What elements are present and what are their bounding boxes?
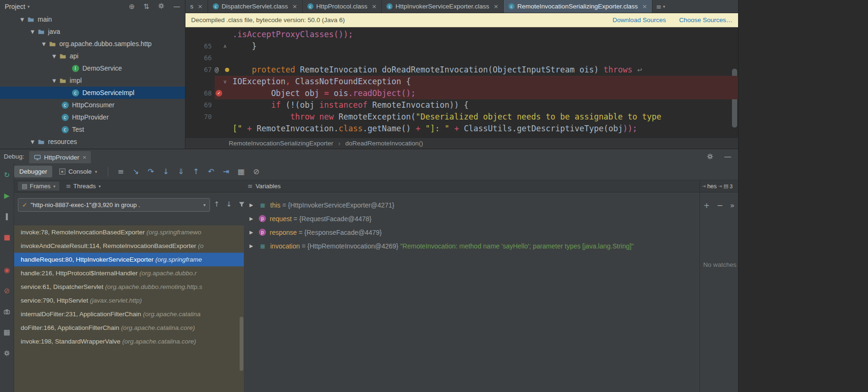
hide-panel-icon[interactable]: — (173, 2, 180, 11)
step-into-icon[interactable]: ↓ (159, 167, 172, 176)
resume-icon[interactable]: ▶ (0, 190, 14, 202)
hide-panel-icon[interactable]: — (724, 152, 731, 161)
mute-breakpoints-icon[interactable]: ⊘ (249, 167, 263, 176)
tree-item-main[interactable]: ▼main (0, 13, 185, 25)
remove-watch-icon[interactable]: − (717, 201, 723, 210)
tree-item-resources[interactable]: ▼resources (0, 136, 185, 148)
variable-row[interactable]: ▶≡invocation = {HttpRemoteInvocation@426… (244, 239, 699, 253)
variable-row[interactable]: ▶≡this = {HttpInvokerServiceExporter@427… (244, 198, 699, 212)
watches-panel-header: ⇥ hes ⇥ ▤ 3 (700, 180, 738, 192)
chevron-expanded-icon[interactable]: ▼ (40, 41, 47, 47)
frames-scrollbar[interactable] (240, 317, 243, 371)
value-icon: ≡ (259, 201, 266, 209)
expand-arrow-icon[interactable]: ▶ (249, 243, 255, 248)
tab-debugger[interactable]: Debugger (14, 166, 52, 177)
stack-frame-row[interactable]: doFilter:166, ApplicationFilterChain (or… (14, 321, 244, 335)
mute-breakpoints-icon[interactable]: ⊘ (0, 285, 14, 297)
chevron-down-icon: ▾ (95, 169, 97, 174)
close-icon[interactable]: × (292, 3, 297, 10)
expand-arrow-icon[interactable]: ▶ (249, 216, 255, 221)
choose-sources-link[interactable]: Choose Sources… (679, 16, 732, 24)
fold-marker-icon[interactable]: ∧ (223, 40, 227, 52)
tab-threads[interactable]: ≡ Threads ▾ (62, 182, 104, 191)
drop-frame-icon[interactable]: ↶ (204, 167, 217, 176)
stack-frame-row[interactable]: handle:216, HttpProtocol$InternalHandler… (14, 266, 244, 280)
chevron-expanded-icon[interactable]: ▼ (51, 78, 57, 83)
settings-icon[interactable] (0, 347, 14, 359)
view-breakpoints-icon[interactable]: ▦ (234, 167, 248, 176)
layout-menu-icon[interactable]: ≡ (114, 167, 127, 176)
tree-item-httpprovider[interactable]: cHttpProvider (0, 111, 185, 123)
editor-tab-httpinvokerserviceexporter-class[interactable]: cHttpInvokerServiceExporter.class× (382, 0, 504, 13)
code-editor[interactable]: .isAcceptProxyClasses());65∧ }6667@ prot… (185, 27, 738, 137)
breadcrumb-class[interactable]: RemoteInvocationSerializingExporter (229, 140, 333, 147)
thread-selector[interactable]: ✓ "http-nio-8887-exec-1"@3,920 in group … (18, 198, 210, 212)
force-step-into-icon[interactable]: ⇓ (174, 167, 187, 176)
run-to-cursor-icon[interactable]: ⇥ (219, 167, 233, 176)
frame-down-icon[interactable]: ↓ (226, 200, 232, 208)
tree-item-api[interactable]: ▼api (0, 50, 185, 62)
chevron-expanded-icon[interactable]: ▼ (29, 139, 36, 144)
editor-tab-httpprotocol-class[interactable]: cHttpProtocol.class× (303, 0, 382, 13)
gear-icon[interactable] (707, 153, 714, 160)
step-out-icon[interactable]: ↑ (189, 167, 202, 176)
expand-arrow-icon[interactable]: ▶ (249, 202, 255, 208)
stop-icon[interactable]: ■ (0, 231, 14, 243)
fold-marker-icon[interactable]: ∨ (223, 76, 227, 88)
view-breakpoints-icon[interactable]: ◉ (0, 264, 14, 276)
breadcrumb-method[interactable]: doReadRemoteInvocation() (346, 140, 423, 147)
stack-frame-row[interactable]: invoke:78, RemoteInvocationBasedExporter… (14, 225, 244, 239)
variable-row[interactable]: ▶presponse = {ResponseFacade@4479} (244, 225, 699, 239)
collapse-all-icon[interactable]: ⇅ (143, 2, 149, 11)
expand-arrow-icon[interactable]: ▶ (249, 230, 255, 235)
tab-console[interactable]: ▸Console▾ (54, 166, 102, 177)
rerun-icon[interactable]: ↻ (0, 169, 14, 181)
settings-icon[interactable] (158, 2, 165, 11)
step-over-icon[interactable]: ↷ (144, 167, 157, 176)
tab-frames[interactable]: ▤ Frames ▾ (18, 182, 59, 191)
class-icon: c (61, 101, 69, 109)
locate-icon[interactable]: ⊕ (129, 2, 135, 11)
close-icon[interactable]: × (493, 3, 498, 10)
debug-session-tab[interactable]: HttpProvider × (29, 151, 91, 163)
project-title[interactable]: Project (5, 3, 25, 10)
chevron-down-icon[interactable]: ▾ (28, 4, 30, 9)
editor-tab-remoteinvocationserializingexporter-class[interactable]: cRemoteInvocationSerializingExporter.cla… (504, 0, 652, 13)
variable-row[interactable]: ▶prequest = {RequestFacade@4478} (244, 212, 699, 225)
pause-icon[interactable]: ∥ (0, 210, 14, 223)
class-icon: c (72, 89, 79, 96)
download-sources-link[interactable]: Download Sources (612, 16, 666, 24)
value-icon: ≡ (259, 242, 266, 250)
show-execution-point-icon[interactable]: ↘ (129, 167, 142, 176)
more-icon[interactable]: » (730, 201, 735, 210)
tree-item-org-apache-dubbo-samples-http[interactable]: ▼org.apache.dubbo.samples.http (0, 38, 185, 50)
tree-item-demoserviceimpl[interactable]: cDemoServiceImpl (0, 87, 185, 99)
breakpoint-icon[interactable]: ✓ (216, 90, 222, 96)
chevron-expanded-icon[interactable]: ▼ (29, 29, 36, 34)
stack-frame-row[interactable]: handleRequest:80, HttpInvokerServiceExpo… (14, 253, 244, 266)
layout-grid-icon[interactable]: ▦ (0, 326, 14, 338)
editor-tab-s[interactable]: s× (185, 0, 208, 13)
stack-frame-row[interactable]: service:61, DispatcherServlet (org.apach… (14, 280, 244, 294)
close-icon[interactable]: × (642, 3, 647, 10)
stack-frame-row[interactable]: service:790, HttpServlet (javax.servlet.… (14, 294, 244, 307)
chevron-expanded-icon[interactable]: ▼ (19, 17, 25, 22)
close-icon[interactable]: × (198, 3, 203, 10)
tree-item-impl[interactable]: ▼impl (0, 74, 185, 87)
add-watch-icon[interactable]: + (703, 201, 709, 210)
close-icon[interactable]: × (371, 3, 377, 10)
chevron-expanded-icon[interactable]: ▼ (51, 54, 57, 59)
close-icon[interactable]: × (83, 154, 87, 161)
stack-frame-row[interactable]: invoke:198, StandardWrapperValve (org.ap… (14, 335, 244, 348)
hidden-tabs-icon[interactable]: ≡▾ (652, 0, 669, 13)
thread-dump-icon[interactable] (0, 305, 14, 318)
tree-item-java[interactable]: ▼java (0, 25, 185, 38)
tree-item-test[interactable]: cTest (0, 123, 185, 136)
frame-up-icon[interactable]: ↑ (214, 200, 220, 208)
stack-frame-row[interactable]: invokeAndCreateResult:114, RemoteInvocat… (14, 239, 244, 253)
tree-item-httpconsumer[interactable]: cHttpConsumer (0, 99, 185, 111)
frame-location: service:61, DispatcherServlet (21, 283, 105, 290)
editor-tab-dispatcherservlet-class[interactable]: cDispatcherServlet.class× (208, 0, 303, 13)
tree-item-demoservice[interactable]: IDemoService (0, 62, 185, 74)
stack-frame-row[interactable]: internalDoFilter:231, ApplicationFilterC… (14, 307, 244, 321)
